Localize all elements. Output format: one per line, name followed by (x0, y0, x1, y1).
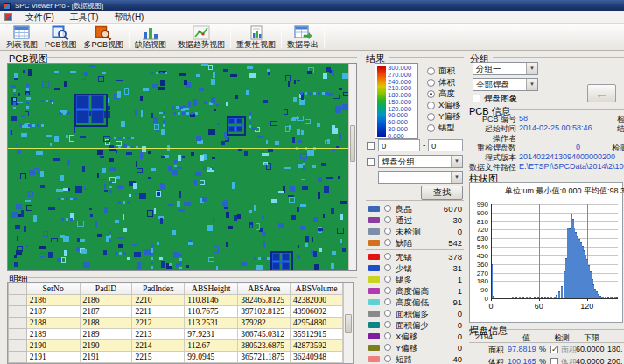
radio-icon[interactable] (384, 228, 391, 234)
metric-radio-2[interactable]: 高度 (427, 89, 455, 99)
table-column-header[interactable]: PadIndex (132, 284, 185, 295)
table-cell: 2191 (26, 352, 80, 363)
pad-info-metric-name: 面积 (488, 345, 504, 356)
legend-item-defect-5[interactable]: 面积偏多0 (367, 309, 464, 319)
toolbar-button-trend-view[interactable]: 数据趋势视图 (174, 24, 228, 50)
menu-item-1[interactable]: 工具(T) (62, 11, 107, 24)
toolbar-button-label: 多PCB视图 (84, 40, 124, 49)
table-cell: 2215 (132, 352, 185, 363)
grid-line (539, 204, 540, 298)
back-arrow-button[interactable]: ← (587, 84, 616, 102)
legend-color-swatch (368, 240, 380, 246)
table-column-header[interactable]: SerNo (26, 284, 80, 295)
radio-icon[interactable] (384, 264, 391, 271)
legend-item-status-2[interactable]: 未检测0 (367, 227, 464, 237)
table-header-row: SerNoPadIDPadIndexABSHeightABSAreaABSVol… (9, 284, 343, 295)
pad-group-checkbox[interactable] (367, 158, 375, 166)
toolbar-button-list-view[interactable]: 列表视图 (3, 24, 41, 50)
legend-item-defect-4[interactable]: 高度偏低91 (367, 298, 464, 308)
legend-item-defect-9[interactable]: 短路40 (367, 354, 464, 364)
radio-icon[interactable] (384, 321, 391, 328)
table-row[interactable]: 21912191221599.0945365721.187536240948 (9, 352, 343, 363)
legend-label: 少锡 (396, 263, 412, 275)
legend-item-defect-8[interactable]: Y偏移0 (367, 343, 464, 354)
table-cell: 2211 (132, 306, 185, 318)
legend-item-defect-1[interactable]: 少锡31 (367, 263, 464, 274)
toolbar-button-pcb-view[interactable]: PCB视图 (41, 24, 81, 50)
toolbar-button-multi-pcb-view[interactable]: 多PCB视图 (81, 24, 128, 50)
find-button[interactable]: 查找 (421, 186, 463, 200)
table-row[interactable]: 219021902214112.67380523.687542873592 (9, 340, 343, 352)
radio-icon[interactable] (384, 276, 391, 283)
range-filter-checkbox[interactable] (367, 142, 375, 150)
legend-count: 0 (458, 320, 462, 330)
legend-item-status-1[interactable]: 通过30 (367, 215, 464, 226)
legend-item-defect-3[interactable]: 高度偏高1 (367, 286, 464, 297)
pcb-scrollbar[interactable] (348, 64, 356, 271)
radio-icon[interactable] (384, 239, 391, 246)
legend-item-defect-2[interactable]: 锡多1 (367, 275, 464, 285)
chevron-down-icon: ▼ (451, 172, 462, 183)
metric-radio-3[interactable]: X偏移 (427, 101, 460, 110)
legend-item-status-0[interactable]: 良品6070 (367, 204, 464, 214)
table-column-header[interactable]: ABSVolume (291, 284, 343, 295)
trend-view-icon (193, 25, 210, 40)
toolbar: 列表视图PCB视图多PCB视图缺陷视图数据趋势视图重复性视图数据导出 (0, 24, 624, 51)
toolbar-button-defect-view[interactable]: 缺陷视图 (131, 24, 170, 50)
legend-count: 0 (458, 227, 462, 236)
all-pads-select[interactable]: 全部焊盘 ▼ (473, 78, 538, 91)
pcb-scrollbar-thumb[interactable] (350, 125, 355, 162)
range-from-input[interactable]: 0 (378, 139, 420, 151)
pad-info-check-checkbox[interactable] (550, 346, 558, 354)
metric-radio-0[interactable]: 面积 (427, 66, 455, 76)
chevron-down-icon: ▼ (526, 79, 537, 90)
x-axis-tick-label: 60 (535, 302, 543, 311)
table-cell: 397102.8125 (238, 306, 291, 318)
radio-icon[interactable] (384, 298, 391, 305)
menu-item-0[interactable]: 文件(F) (18, 11, 62, 24)
table-column-header[interactable]: ABSHeight (185, 284, 238, 295)
table-row[interactable]: 218621862210110.8146382465.812542382000 (9, 295, 343, 306)
radio-icon[interactable] (384, 355, 391, 362)
table-row[interactable]: 21892189221397.9231366745.031235912915 (9, 329, 343, 340)
defect-view-icon (142, 25, 159, 40)
menu-item-2[interactable]: 帮助(H) (107, 11, 152, 24)
sub-group-select[interactable]: ▼ (378, 171, 463, 184)
radio-icon[interactable] (384, 287, 391, 294)
toolbar-button-export[interactable]: 数据导出 (284, 24, 322, 50)
table-cell: 42954880 (291, 318, 343, 329)
metric-radio-label: 面积 (438, 66, 455, 77)
radio-icon[interactable] (384, 332, 391, 340)
radio-icon[interactable] (384, 344, 391, 351)
pad-group-select[interactable]: 焊盘分组 ▼ (378, 155, 463, 168)
legend-count: 31 (452, 263, 462, 273)
legend-item-defect-7[interactable]: X偏移0 (367, 332, 464, 342)
pcb-canvas[interactable] (7, 63, 357, 271)
detail-scrollbar-thumb[interactable] (345, 314, 352, 333)
table-column-header[interactable]: PadID (80, 284, 132, 295)
range-to-input[interactable]: 0 (428, 139, 463, 151)
histogram-chart: 单位:um 最小值:0.000 平均值:98.3 090180270360450… (469, 182, 623, 323)
radio-icon[interactable] (384, 310, 391, 317)
metric-radio-4[interactable]: Y偏移 (427, 112, 460, 122)
radio-icon[interactable] (384, 205, 391, 212)
row-header-cell (9, 295, 27, 306)
legend-label: 高度偏高 (396, 286, 429, 298)
pad-image-checkbox[interactable] (473, 94, 480, 102)
pad-info-check-checkbox[interactable] (550, 358, 558, 364)
table-row[interactable]: 218721872211110.7675397102.812543906092 (9, 306, 343, 318)
detail-scrollbar[interactable] (343, 283, 353, 363)
metric-radio-5[interactable]: 锡型 (427, 123, 455, 133)
radio-icon[interactable] (384, 253, 391, 260)
legend-item-defect-6[interactable]: 面积偏少0 (367, 320, 464, 331)
table-column-header[interactable]: ABSArea (238, 284, 291, 295)
table-row[interactable]: 218821882212113.253137928242954880 (9, 318, 343, 329)
group-select[interactable]: 分组一 ▼ (473, 62, 538, 75)
table-cell: 35912915 (291, 329, 343, 340)
toolbar-button-repeat-view[interactable]: 重复性视图 (233, 24, 279, 50)
radio-icon[interactable] (384, 216, 391, 223)
legend-item-status-3[interactable]: 缺陷542 (367, 238, 464, 248)
divider (493, 57, 624, 58)
metric-radio-1[interactable]: 体积 (427, 78, 455, 88)
legend-item-defect-0[interactable]: 无锡378 (367, 252, 464, 262)
